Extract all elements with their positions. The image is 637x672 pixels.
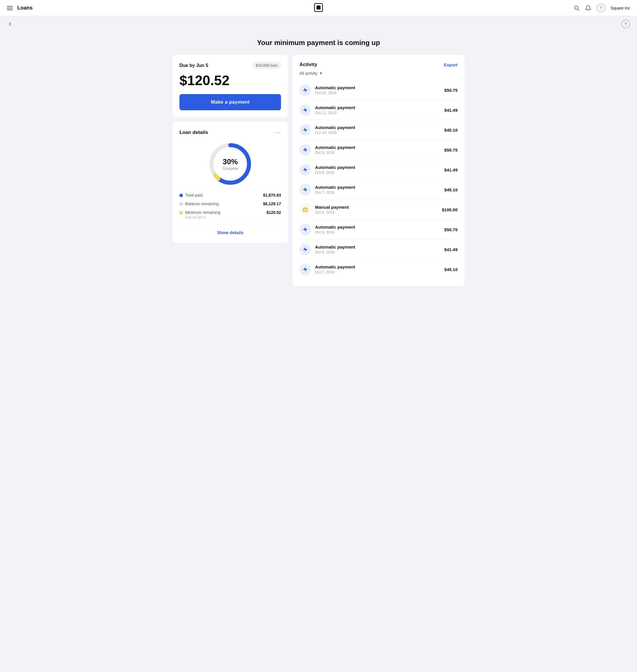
activity-item: Manual payment Oct 6, 2019 $100.00 — [299, 199, 458, 219]
notifications-icon[interactable] — [585, 5, 592, 11]
bank-icon — [299, 204, 311, 215]
loan-details-card: Loan details ··· 30% Compl — [172, 122, 288, 243]
activity-date: Oct 8, 2019 — [315, 170, 355, 175]
donut-chart-container: 30% Complete — [179, 141, 281, 187]
page-title: Your minimum payment is coming up — [0, 39, 637, 47]
left-column: Due by Jun 5 $10,000 loan $120.52 Make a… — [172, 55, 288, 286]
legend-sub-minimum: Due on Apr 5 — [185, 215, 220, 219]
activity-name: Automatic payment — [315, 145, 355, 150]
legend-dot-yellow — [179, 211, 183, 214]
loan-details-header: Loan details ··· — [179, 129, 281, 136]
activity-name: Manual payment — [315, 205, 349, 210]
activity-item-left: Automatic payment Oct 9, 2019 — [299, 224, 355, 235]
loan-details-title: Loan details — [179, 129, 208, 135]
legend-item-total-paid: Total paid $1,870.83 — [179, 193, 281, 197]
donut-chart: 30% Complete — [207, 141, 253, 187]
activity-name: Automatic payment — [315, 185, 355, 190]
page-title-section: Your minimum payment is coming up — [0, 32, 637, 55]
svg-marker-11 — [303, 167, 308, 172]
activity-date: Oct 7, 2019 — [315, 190, 355, 195]
back-button[interactable] — [7, 21, 13, 27]
activity-item: Automatic payment Oct 9, 2019 $50.75 — [299, 140, 458, 160]
activity-item-left: Automatic payment Oct 7, 2019 — [299, 264, 355, 275]
loan-badge: $10,000 loan — [252, 62, 281, 69]
activity-item-left: Automatic payment Oct 8, 2019 — [299, 244, 355, 255]
activity-item: Automatic payment Oct 12, 2019 $50.75 — [299, 80, 458, 100]
svg-marker-18 — [303, 247, 308, 252]
legend: Total paid $1,870.83 Balance remaining $… — [179, 193, 281, 219]
menu-icon[interactable] — [7, 6, 13, 10]
activity-item: Automatic payment Oct 7, 2019 $45.10 — [299, 179, 458, 199]
filter-chevron-icon: ▼ — [319, 71, 323, 75]
activity-item: Automatic payment Oct 7, 2019 $45.10 — [299, 259, 458, 279]
activity-name: Automatic payment — [315, 165, 355, 170]
help-icon[interactable]: ? — [597, 4, 605, 13]
svg-rect-1 — [316, 5, 321, 10]
svg-point-2 — [575, 6, 578, 9]
activity-name: Automatic payment — [315, 125, 355, 130]
search-icon[interactable] — [574, 5, 580, 11]
lightning-icon — [299, 264, 311, 275]
activity-info: Automatic payment Oct 11, 2019 — [315, 105, 355, 115]
activity-date: Oct 9, 2019 — [315, 230, 355, 234]
activity-date: Oct 10, 2019 — [315, 130, 355, 135]
legend-value-balance: $6,129.17 — [263, 201, 281, 206]
activity-item: Automatic payment Oct 10, 2019 $45.10 — [299, 120, 458, 140]
svg-marker-17 — [303, 227, 308, 232]
activity-name: Automatic payment — [315, 264, 355, 269]
activity-item-left: Automatic payment Oct 8, 2019 — [299, 164, 355, 176]
activity-item-left: Automatic payment Oct 12, 2019 — [299, 84, 355, 96]
donut-center: 30% Complete — [222, 157, 238, 171]
activity-info: Automatic payment Oct 7, 2019 — [315, 264, 355, 274]
legend-item-balance: Balance remaining $6,129.17 — [179, 201, 281, 206]
user-label[interactable]: Square Inc — [611, 6, 630, 11]
activity-item-left: Automatic payment Oct 10, 2019 — [299, 124, 355, 136]
activity-item: Automatic payment Oct 8, 2019 $41.49 — [299, 160, 458, 179]
donut-label: Complete — [222, 166, 238, 171]
activity-date: Oct 11, 2019 — [315, 110, 355, 115]
svg-marker-7 — [303, 88, 308, 93]
svg-marker-19 — [303, 267, 308, 272]
activity-header: Activity Export — [299, 62, 458, 68]
export-button[interactable]: Export — [444, 63, 458, 67]
lightning-icon — [299, 104, 311, 116]
activity-name: Automatic payment — [315, 245, 355, 249]
activity-date: Oct 6, 2019 — [315, 210, 349, 214]
header-right: ? Square Inc — [574, 4, 630, 13]
right-column: Activity Export All activity ▼ Automatic… — [293, 55, 465, 286]
help-question-mark: ? — [600, 6, 602, 11]
due-label: Due by Jun 5 — [179, 63, 208, 68]
activity-amount: $50.75 — [444, 88, 458, 93]
activity-amount: $41.49 — [444, 247, 458, 252]
activity-item-left: Automatic payment Oct 11, 2019 — [299, 104, 355, 116]
activity-amount: $50.75 — [444, 227, 458, 232]
activity-amount: $100.00 — [442, 207, 458, 212]
svg-marker-12 — [303, 187, 308, 192]
lightning-icon — [299, 184, 311, 195]
legend-label-minimum: Minimum remaining — [185, 210, 220, 215]
lightning-icon — [299, 84, 311, 96]
header-left: Loans — [7, 5, 33, 11]
more-options-icon[interactable]: ··· — [274, 129, 281, 136]
activity-info: Manual payment Oct 6, 2019 — [315, 205, 349, 214]
page-help-button[interactable]: ? — [621, 20, 630, 28]
logo — [314, 3, 323, 13]
legend-value-total-paid: $1,870.83 — [263, 193, 281, 197]
activity-info: Automatic payment Oct 8, 2019 — [315, 245, 355, 254]
activity-date: Oct 12, 2019 — [315, 91, 355, 95]
activity-amount: $41.49 — [444, 167, 458, 172]
svg-marker-10 — [303, 147, 308, 153]
svg-line-3 — [578, 9, 579, 11]
activity-amount: $45.10 — [444, 187, 458, 192]
activity-item-left: Automatic payment Oct 7, 2019 — [299, 184, 355, 195]
show-details-button[interactable]: Show details — [179, 229, 281, 236]
sub-header: ? — [0, 16, 637, 32]
donut-percent: 30% — [222, 157, 238, 166]
legend-item-minimum: Minimum remaining Due on Apr 5 $120.52 — [179, 210, 281, 219]
activity-filter[interactable]: All activity ▼ — [299, 71, 458, 76]
svg-marker-8 — [303, 108, 308, 112]
activity-item-left: Manual payment Oct 6, 2019 — [299, 204, 349, 215]
activity-info: Automatic payment Oct 10, 2019 — [315, 125, 355, 135]
app-title: Loans — [17, 5, 33, 11]
make-payment-button[interactable]: Make a payment — [179, 94, 281, 110]
